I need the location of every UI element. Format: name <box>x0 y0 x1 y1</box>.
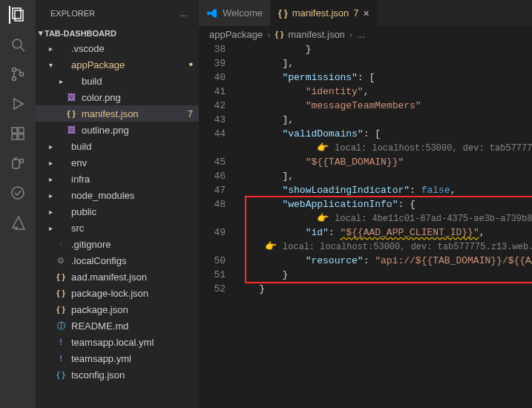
tree-item-label: package.json <box>71 304 193 315</box>
tab-problems-count: 7 <box>353 7 358 19</box>
code-line[interactable]: } <box>236 282 532 296</box>
code-editor[interactable]: 383940414243444546474849505152 } ], "per… <box>199 42 532 408</box>
file-outline-png[interactable]: 🖼outline.png <box>36 122 199 138</box>
code-lines[interactable]: } ], "permissions": [ "identity", "messa… <box>236 42 532 408</box>
code-line[interactable]: 👉 local: 4be11c01-87ad-4375-ae3b-a739b81… <box>236 211 532 226</box>
file-aad-manifest-json[interactable]: { }aad.manifest.json <box>36 269 199 285</box>
code-line[interactable]: 👉 local: localhost:53000, dev: tab577775… <box>236 240 532 254</box>
tree-item-label: appPackage <box>71 59 185 70</box>
search-icon[interactable] <box>9 36 27 53</box>
svg-point-5 <box>13 77 16 81</box>
file--gitignore[interactable]: ◦.gitignore <box>36 236 199 252</box>
code-line[interactable]: "showLoadingIndicator": false, <box>236 183 532 197</box>
file-README-md[interactable]: ⓘREADME.md <box>36 317 199 334</box>
tab-manifest-json[interactable]: { }manifest.json7× <box>271 0 378 26</box>
breadcrumbs[interactable]: appPackage›{ }manifest.json›... <box>199 26 532 42</box>
info-icon: ⓘ <box>55 320 67 332</box>
project-header[interactable]: ▾ TAB-DASHBOARD <box>36 26 199 40</box>
line-number: 38 <box>199 42 226 56</box>
testing-icon[interactable] <box>9 184 27 202</box>
chevron-right-icon: ▸ <box>46 159 55 167</box>
code-line[interactable]: } <box>236 42 532 56</box>
svg-point-4 <box>13 68 16 72</box>
sidebar-more-icon[interactable]: ... <box>180 9 187 18</box>
tree-item-label: teamsapp.local.yml <box>71 337 193 348</box>
extensions-icon[interactable] <box>9 125 27 142</box>
code-line[interactable]: ], <box>236 56 532 70</box>
explorer-sidebar: EXPLORER ... ▾ TAB-DASHBOARD ▸.vscode▾ap… <box>36 0 199 408</box>
azure-icon[interactable] <box>9 214 27 231</box>
file-package-lock-json[interactable]: { }package-lock.json <box>36 285 199 301</box>
file-teamsapp-local-yml[interactable]: !teamsapp.local.yml <box>36 334 199 350</box>
json-icon: { } <box>55 289 67 297</box>
breadcrumb-segment[interactable]: appPackage <box>209 29 263 40</box>
code-line[interactable]: "validDomains": [ <box>236 127 532 141</box>
source-control-icon[interactable] <box>9 65 27 83</box>
svg-rect-10 <box>19 134 24 139</box>
line-number: 42 <box>199 99 226 113</box>
file-tree: ▸.vscode▾appPackage•▸build🖼color.png{ }m… <box>36 40 199 408</box>
run-debug-icon[interactable] <box>9 95 27 113</box>
code-line[interactable]: "identity", <box>236 85 532 99</box>
folder-build[interactable]: ▸build <box>36 73 199 89</box>
code-line[interactable]: } <box>236 268 532 282</box>
code-line[interactable]: 👉 local: localhost:53000, dev: tab577775… <box>236 141 532 155</box>
code-line[interactable]: "webApplicationInfo": { <box>236 197 532 211</box>
folder-infra[interactable]: ▸infra <box>36 171 199 187</box>
line-number-gutter: 383940414243444546474849505152 <box>199 42 236 408</box>
problems-badge: 7 <box>188 108 193 119</box>
chevron-right-icon: ▸ <box>46 142 55 151</box>
code-line[interactable]: "resource": "api://${{TAB_DOMAIN}}/${{AA <box>236 254 532 268</box>
activity-bar <box>0 0 36 408</box>
code-line[interactable]: "id": "${{AAD_APP_CLIENT_ID}}", <box>236 226 532 240</box>
svg-rect-9 <box>12 134 17 139</box>
tree-item-label: package-lock.json <box>71 288 193 299</box>
tree-item-label: public <box>71 206 193 217</box>
folder-src[interactable]: ▸src <box>36 220 199 236</box>
line-number: 43 <box>199 113 226 127</box>
chevron-right-icon: ▸ <box>46 208 55 216</box>
file-tsconfig-json[interactable]: { }tsconfig.json <box>36 366 199 383</box>
tree-item-label: .vscode <box>71 43 193 54</box>
folder-public[interactable]: ▸public <box>36 203 199 220</box>
file-teamsapp-yml[interactable]: !teamsapp.yml <box>36 350 199 366</box>
code-line[interactable]: "permissions": [ <box>236 70 532 85</box>
folder-node_modules[interactable]: ▸node_modules <box>36 187 199 203</box>
tab-Welcome[interactable]: Welcome <box>199 0 271 26</box>
explorer-icon[interactable] <box>9 6 27 24</box>
svg-line-3 <box>21 47 24 51</box>
folder-build[interactable]: ▸build <box>36 138 199 154</box>
tree-item-label: node_modules <box>71 190 193 201</box>
chevron-right-icon: ▸ <box>56 77 65 85</box>
breadcrumb-segment[interactable]: manifest.json <box>288 29 345 40</box>
code-line[interactable]: ], <box>236 113 532 127</box>
breadcrumb-segment[interactable]: ... <box>357 29 365 40</box>
svg-point-13 <box>20 159 24 163</box>
tree-item-label: color.png <box>82 92 193 103</box>
file-color-png[interactable]: 🖼color.png <box>36 89 199 105</box>
image-icon: 🖼 <box>65 125 77 134</box>
tree-item-label: src <box>71 223 193 234</box>
tree-item-label: build <box>71 141 193 152</box>
teams-toolkit-icon[interactable] <box>9 154 27 172</box>
file--localConfigs[interactable]: ⚙.localConfigs <box>36 252 199 269</box>
chevron-right-icon: ▸ <box>46 175 55 183</box>
folder-env[interactable]: ▸env <box>36 154 199 171</box>
tree-item-label: env <box>71 157 193 168</box>
code-line[interactable]: "messageTeamMembers" <box>236 99 532 113</box>
project-name: TAB-DASHBOARD <box>45 29 116 38</box>
file-manifest-json[interactable]: { }manifest.json7 <box>36 105 199 122</box>
line-number: 47 <box>199 183 226 197</box>
sidebar-header: EXPLORER ... <box>36 0 199 26</box>
line-number: 50 <box>199 254 226 268</box>
file-package-json[interactable]: { }package.json <box>36 301 199 317</box>
line-number: 39 <box>199 56 226 70</box>
folder-appPackage[interactable]: ▾appPackage• <box>36 56 199 73</box>
close-icon[interactable]: × <box>363 7 369 19</box>
svg-point-2 <box>13 39 22 48</box>
code-line[interactable]: "${{TAB_DOMAIN}}" <box>236 155 532 169</box>
line-number: 46 <box>199 169 226 183</box>
folder--vscode[interactable]: ▸.vscode <box>36 40 199 56</box>
code-line[interactable]: ], <box>236 169 532 183</box>
tree-item-label: .localConfigs <box>71 255 193 266</box>
